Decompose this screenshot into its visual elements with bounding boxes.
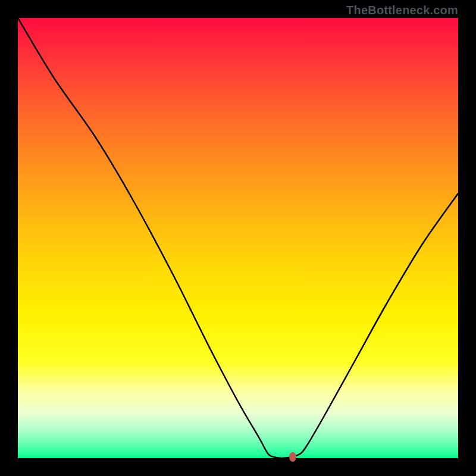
bottleneck-curve [18,18,458,458]
optimal-marker [289,452,296,462]
credit-label: TheBottleneck.com [346,4,458,17]
